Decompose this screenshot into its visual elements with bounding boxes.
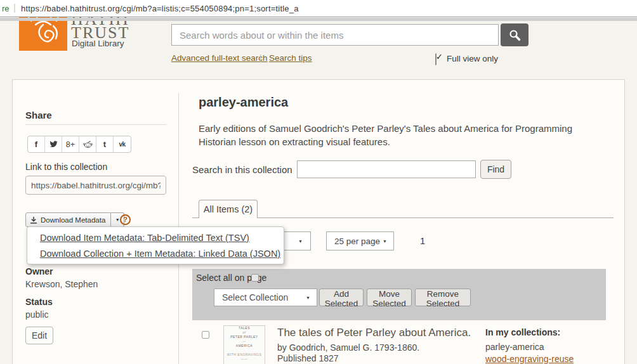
caret-down-icon: ▼ [115,218,120,222]
add-selected-button[interactable]: Add Selected [319,289,364,306]
select-collection-value: Select Collection [222,292,288,302]
reddit-share-button[interactable] [79,136,96,152]
social-share-group: f 8+ t vk [27,136,131,153]
item-author: by Goodrich, Samuel G. 1793-1860. [277,342,419,353]
select-all-checkbox[interactable] [251,274,259,282]
browser-address-bar[interactable]: re | https://babel.hathitrust.org/cgi/mb… [0,0,637,17]
logo-tagline: Digital Library [72,39,124,48]
catalog-search-input[interactable] [171,24,499,46]
page-number: 1 [420,236,425,246]
per-page-select[interactable]: 25 per page ▼ [326,231,394,250]
download-metadata-label: Download Metadata [41,216,105,224]
collection-description: Early editions of Samuel Goodrich's Pete… [199,122,592,148]
link-to-collection-label: Link to this collection [25,162,107,172]
google-plus-share-button[interactable]: 8+ [62,136,79,152]
browser-toolbar-strip [0,18,637,21]
item-title-link[interactable]: The tales of Peter Parley about America. [277,327,471,339]
caret-down-icon: ▼ [383,239,387,244]
search-tips-link[interactable]: Search tips [269,53,312,63]
share-heading: Share [25,110,52,120]
advanced-search-link[interactable]: Advanced full-text search [171,53,268,63]
download-metadata-menu: Download Item Metadata: Tab-Delimited Te… [27,226,284,264]
select-collection-dropdown[interactable]: Select Collection ▼ [214,289,317,306]
help-icon[interactable]: ? [120,214,131,225]
tab-all-items[interactable]: All Items (2) [199,200,258,218]
menu-item-download-tsv[interactable]: Download Item Metadata: Tab-Delimited Te… [40,233,249,243]
check-icon: ✓ [436,52,443,62]
full-view-label: Full view only [447,54,498,63]
owner-label: Owner [25,266,53,276]
collection-tag-link[interactable]: wood-engraving-reuse [485,354,574,364]
move-selected-button[interactable]: Move Selected [367,289,412,306]
browser-secure-label: re [2,4,10,13]
per-page-value: 25 per page [334,237,380,246]
download-icon [30,216,37,224]
tumblr-share-button[interactable]: t [96,136,114,152]
status-value: public [25,309,49,320]
caret-down-icon: ▼ [306,296,310,300]
twitter-share-button[interactable] [45,136,62,152]
find-button[interactable]: Find [480,160,511,179]
magnifier-icon [509,29,521,41]
google-plus-icon: 8+ [66,140,75,149]
status-label: Status [25,297,53,307]
collection-search-label: Search in this collection [192,164,292,175]
vk-share-button[interactable]: vk [114,136,131,152]
download-metadata-button[interactable]: Download Metadata [25,212,111,227]
share-rule [25,124,166,125]
caret-down-icon: ▼ [298,239,303,244]
collection-link-input[interactable] [25,176,166,195]
reddit-icon [83,141,93,148]
address-bar-divider: | [13,2,16,13]
browser-url[interactable]: https://babel.hathitrust.org/cgi/mb?a=li… [21,4,299,13]
in-my-collections-label: In my collections: [485,327,560,337]
tumblr-icon: t [103,140,106,149]
remove-selected-button[interactable]: Remove Selected [415,289,471,306]
edit-button[interactable]: Edit [25,327,53,344]
owner-value: Krewson, Stephen [25,279,98,289]
vk-icon: vk [119,141,125,148]
item-published: Published 1827 [277,353,339,363]
search-button[interactable] [501,23,529,46]
collection-tag-parley-america: parley-america [485,342,544,352]
header-links-divider: | [259,53,261,62]
twitter-icon [49,141,58,148]
screen: HATHI TRUST Digital Library Advanced ful… [0,0,637,364]
full-view-checkbox[interactable]: ✓ [435,53,437,65]
collection-title: parley-america [199,95,288,110]
item-checkbox[interactable] [202,331,209,339]
download-metadata-split-button: Download Metadata ▼ [25,212,124,227]
item-thumbnail[interactable]: TALES of PETER PARLEY — AMERICA · WITH E… [223,325,265,364]
facebook-icon: f [35,140,37,149]
menu-item-download-json[interactable]: Download Collection + Item Metadata: Lin… [40,249,280,259]
facebook-share-button[interactable]: f [28,136,45,152]
collection-search-input[interactable] [297,160,476,178]
